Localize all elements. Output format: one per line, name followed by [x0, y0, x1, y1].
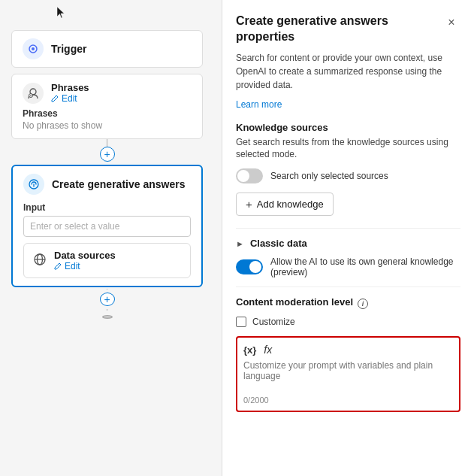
- add-knowledge-plus-icon: +: [246, 198, 252, 211]
- knowledge-sources-title: Knowledge sources: [236, 122, 460, 133]
- search-toggle-thumb: [237, 170, 249, 182]
- divider-2: [236, 287, 460, 287]
- input-section: Input Enter or select a value: [23, 202, 191, 237]
- trigger-icon: [23, 38, 44, 59]
- panel-title: Create generative answers properties: [236, 14, 442, 45]
- panel-description: Search for content or provide your own c…: [236, 51, 460, 92]
- phrases-edit-label: Edit: [62, 93, 77, 104]
- customize-label: Customize: [252, 317, 295, 327]
- customize-checkbox-row: Customize: [236, 317, 460, 327]
- classic-data-title: Classic data: [250, 238, 307, 249]
- phrases-title: Phrases: [51, 82, 89, 93]
- prompt-textarea[interactable]: [243, 360, 453, 390]
- svg-point-1: [32, 47, 35, 50]
- cursor-icon: [56, 6, 65, 20]
- trigger-block: Trigger: [11, 30, 203, 68]
- connector-top: +: [11, 139, 203, 162]
- customize-checkbox[interactable]: [236, 317, 246, 327]
- phrases-edit-link[interactable]: Edit: [51, 93, 89, 104]
- phrases-info: Phrases Edit: [51, 82, 89, 104]
- phrases-content: Phrases No phrases to show: [23, 108, 192, 131]
- data-sources-title: Data sources: [54, 250, 116, 261]
- add-knowledge-button[interactable]: + Add knowledge: [236, 193, 334, 216]
- phrases-no-show: No phrases to show: [23, 120, 192, 131]
- knowledge-sources-desc: Get search results from the knowledge so…: [236, 136, 460, 162]
- chevron-right-icon: ►: [236, 239, 244, 248]
- fx-icon[interactable]: fx: [264, 344, 272, 356]
- gen-answers-title: Create generative answers: [52, 178, 185, 190]
- left-panel: Trigger Phrases Edit Phrases: [0, 0, 222, 476]
- trigger-label: Trigger: [51, 43, 86, 55]
- add-step-button-top[interactable]: +: [100, 147, 115, 162]
- phrases-icon: [23, 83, 44, 104]
- input-label: Input: [23, 202, 191, 213]
- phrases-header: Phrases Edit: [23, 82, 192, 104]
- prompt-toolbar: {x} fx: [243, 344, 453, 356]
- add-step-button-bottom[interactable]: +: [100, 293, 115, 306]
- data-sources-info: Data sources Edit: [54, 250, 116, 271]
- phrases-block: Phrases Edit Phrases No phrases to show: [11, 74, 203, 139]
- data-sources-block: Data sources Edit: [23, 243, 191, 278]
- gen-answers-icon: [23, 174, 44, 195]
- bottom-connector: +: [11, 289, 203, 319]
- gen-answers-block[interactable]: Create generative answers Input Enter or…: [11, 165, 203, 287]
- end-circle: [102, 315, 113, 319]
- close-button[interactable]: ×: [442, 14, 460, 32]
- ai-toggle-row: Allow the AI to use its own general know…: [236, 256, 460, 277]
- bottom-line: [107, 289, 107, 290]
- search-toggle-row: Search only selected sources: [236, 168, 460, 183]
- search-only-label: Search only selected sources: [270, 171, 388, 181]
- search-only-toggle[interactable]: [236, 168, 263, 183]
- content-mod-section: Content moderation level i: [236, 296, 460, 311]
- prompt-box[interactable]: {x} fx 0/2000: [236, 336, 460, 412]
- content-mod-title: Content moderation level: [236, 296, 353, 308]
- data-sources-icon: [33, 253, 47, 269]
- gen-answers-header: Create generative answers: [23, 174, 191, 195]
- learn-more-link[interactable]: Learn more: [236, 99, 460, 110]
- prompt-counter: 0/2000: [243, 396, 453, 405]
- panel-header: Create generative answers properties ×: [236, 14, 460, 45]
- divider-1: [236, 228, 460, 229]
- ai-knowledge-toggle[interactable]: [236, 259, 263, 274]
- classic-data-accordion[interactable]: ► Classic data: [236, 238, 460, 249]
- add-knowledge-label: Add knowledge: [257, 199, 324, 210]
- right-panel: Create generative answers properties × S…: [222, 0, 474, 476]
- bottom-line-2: [107, 309, 107, 310]
- data-sources-edit-link[interactable]: Edit: [54, 261, 116, 271]
- ai-toggle-thumb: [249, 261, 261, 273]
- info-icon[interactable]: i: [358, 299, 368, 309]
- variable-icon[interactable]: {x}: [243, 344, 256, 356]
- input-field[interactable]: Enter or select a value: [23, 216, 191, 237]
- ai-toggle-label: Allow the AI to use its own general know…: [270, 256, 460, 277]
- phrases-section-label: Phrases: [23, 108, 192, 119]
- data-sources-edit-label: Edit: [65, 261, 80, 271]
